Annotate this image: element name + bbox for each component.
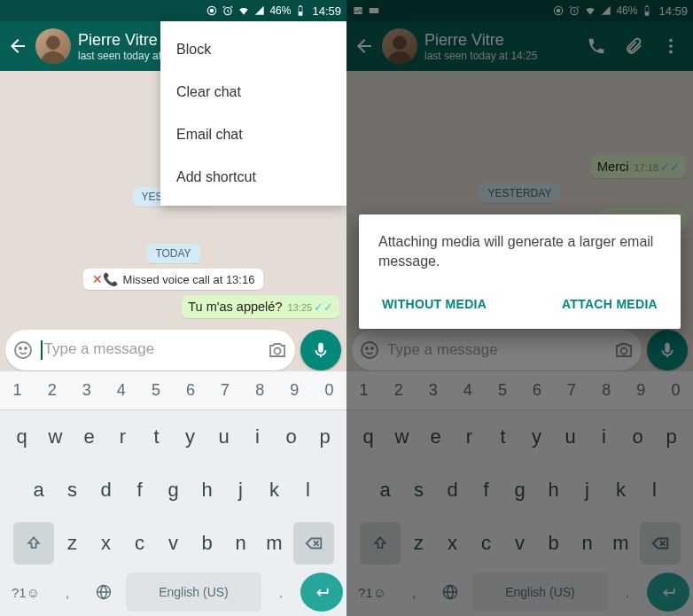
number-key[interactable]: 8 — [243, 371, 277, 409]
svg-point-10 — [275, 348, 281, 355]
menu-add-shortcut[interactable]: Add shortcut — [160, 156, 346, 199]
without-media-button[interactable]: WITHOUT MEDIA — [378, 290, 490, 318]
camera-icon[interactable] — [267, 339, 288, 361]
message-input-pill[interactable]: Type a message — [5, 330, 295, 370]
message-input[interactable]: Type a message — [41, 340, 260, 360]
number-key[interactable]: 3 — [69, 371, 104, 409]
number-key[interactable]: 4 — [104, 371, 138, 409]
letter-key[interactable]: u — [209, 416, 239, 458]
letter-key[interactable]: s — [58, 469, 88, 511]
dialog-text: Attaching media will generate a larger e… — [378, 232, 661, 270]
letter-key[interactable]: k — [260, 469, 290, 511]
period-key[interactable]: . — [267, 573, 295, 612]
letter-key[interactable]: q — [7, 416, 37, 458]
keyboard-row-3: zxcvbnm — [0, 517, 346, 570]
comma-key[interactable]: , — [53, 573, 82, 612]
missed-call-bubble[interactable]: ✕📞 Missed voice call at 13:16 — [83, 269, 264, 290]
emoji-icon[interactable] — [12, 339, 34, 361]
svg-point-6 — [46, 35, 60, 50]
letter-key[interactable]: m — [260, 522, 290, 565]
chromecast-icon — [206, 4, 218, 17]
space-key[interactable]: English (US) — [126, 573, 261, 612]
letter-key[interactable]: c — [125, 522, 155, 565]
letter-key[interactable]: g — [159, 469, 189, 511]
letter-key[interactable]: z — [58, 522, 88, 565]
svg-rect-5 — [300, 7, 303, 12]
message-out[interactable]: Tu m'as appelé? 13:25 ✓✓ — [182, 295, 339, 318]
letter-key[interactable]: d — [91, 469, 121, 511]
keyboard: 1234567890 qwertyuiop asdfghjkl zxcvbnm … — [0, 371, 346, 616]
status-bar: 46% 14:59 — [0, 0, 346, 21]
letter-key[interactable]: h — [192, 469, 222, 511]
menu-block[interactable]: Block — [160, 28, 346, 71]
menu-email-chat[interactable]: Email chat — [160, 113, 346, 156]
number-key[interactable]: 5 — [138, 371, 173, 409]
wifi-icon — [237, 4, 250, 17]
signal-icon — [253, 4, 266, 17]
number-key[interactable]: 9 — [277, 371, 312, 409]
date-chip-today: TODAY — [146, 244, 199, 263]
letter-key[interactable]: v — [159, 522, 189, 565]
missed-call-text: Missed voice call at 13:16 — [123, 273, 255, 286]
letter-key[interactable]: i — [243, 416, 273, 458]
letter-key[interactable]: n — [226, 522, 256, 565]
attach-media-button[interactable]: ATTACH MEDIA — [558, 290, 661, 318]
menu-clear-chat[interactable]: Clear chat — [160, 71, 346, 113]
letter-key[interactable]: b — [192, 522, 222, 565]
letter-key[interactable]: w — [41, 416, 71, 458]
letter-key[interactable]: p — [310, 416, 340, 458]
letter-key[interactable]: f — [125, 469, 155, 511]
keyboard-number-row: 1234567890 — [0, 371, 346, 410]
phone-left: 46% 14:59 Pierre Vitre last seen today a… — [0, 0, 346, 616]
letter-key[interactable]: j — [226, 469, 256, 511]
svg-point-9 — [25, 347, 27, 349]
keyboard-row-1: qwertyuiop — [0, 410, 346, 464]
input-bar: Type a message — [5, 329, 341, 371]
symbols-key[interactable]: ?1☺ — [4, 573, 48, 612]
letter-key[interactable]: t — [142, 416, 172, 458]
globe-key[interactable] — [87, 573, 121, 612]
letter-key[interactable]: a — [24, 469, 54, 511]
keyboard-bottom-row: ?1☺ , English (US) . — [0, 570, 346, 616]
letter-key[interactable]: o — [276, 416, 307, 458]
number-key[interactable]: 1 — [0, 371, 35, 409]
letter-key[interactable]: l — [293, 469, 323, 511]
svg-point-1 — [211, 9, 214, 12]
letter-key[interactable]: y — [175, 416, 206, 458]
message-text: Tu m'as appelé? — [188, 300, 282, 314]
letter-key[interactable]: e — [74, 416, 105, 458]
number-key[interactable]: 0 — [312, 371, 346, 409]
overflow-menu: Block Clear chat Email chat Add shortcut — [160, 21, 346, 206]
back-button[interactable] — [7, 35, 28, 57]
battery-icon — [294, 4, 307, 17]
svg-point-7 — [15, 342, 31, 358]
phone-right: 46% 14:59 Pierre Vitre last seen today a… — [346, 0, 693, 616]
svg-rect-4 — [300, 5, 301, 6]
number-key[interactable]: 7 — [208, 371, 243, 409]
alarm-icon — [222, 4, 234, 17]
mic-button[interactable] — [300, 330, 341, 370]
number-key[interactable]: 6 — [173, 371, 207, 409]
shift-key[interactable] — [13, 522, 54, 565]
read-ticks-icon: ✓✓ — [314, 300, 333, 314]
battery-percent: 46% — [269, 4, 291, 17]
avatar[interactable] — [35, 28, 71, 64]
number-key[interactable]: 2 — [35, 371, 69, 409]
svg-point-8 — [19, 347, 21, 349]
backspace-key[interactable] — [293, 522, 334, 565]
email-chat-dialog: Attaching media will generate a larger e… — [359, 214, 681, 329]
clock-text: 14:59 — [312, 4, 341, 18]
letter-key[interactable]: x — [91, 522, 121, 565]
keyboard-row-2: asdfghjkl — [0, 464, 346, 517]
missed-call-icon: ✕📞 — [92, 272, 118, 286]
letter-key[interactable]: r — [108, 416, 138, 458]
message-time: 13:25 — [287, 302, 312, 313]
enter-key[interactable] — [300, 573, 343, 612]
